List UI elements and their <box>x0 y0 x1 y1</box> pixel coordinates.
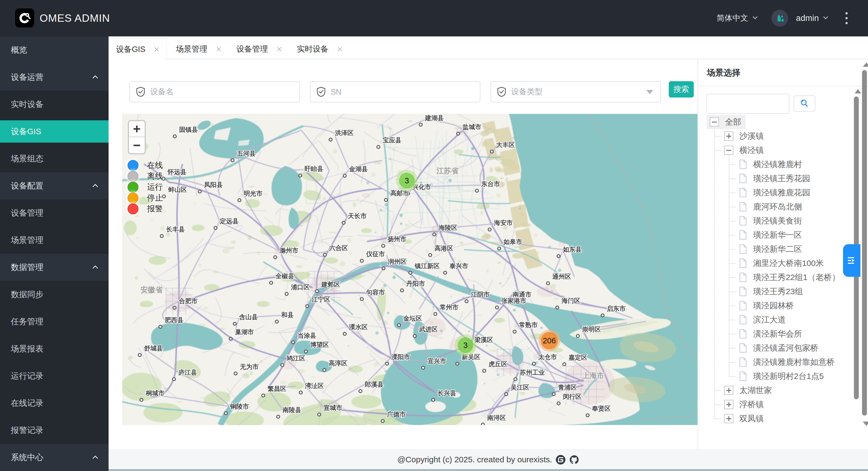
tab-设备GIS[interactable]: 设备GIS <box>109 38 167 60</box>
tab-实时设备[interactable]: 实时设备 <box>289 38 351 60</box>
tab-close-icon[interactable] <box>153 46 160 53</box>
file-icon <box>739 343 747 353</box>
scene-search-input[interactable] <box>706 94 789 114</box>
tab-close-icon[interactable] <box>276 46 283 52</box>
tree-node-璜泾王秀22组1（老桥）[interactable]: 璜泾王秀22组1（老桥） <box>735 270 844 285</box>
page-scrollbar[interactable] <box>862 60 867 428</box>
app-logo[interactable] <box>15 8 34 27</box>
tree-node-潢泾镇雅鹿村靠如意桥[interactable]: 潢泾镇雅鹿村靠如意桥 <box>735 355 839 369</box>
tab-场景管理[interactable]: 场景管理 <box>168 38 230 60</box>
device-type-select[interactable]: 设备类型 <box>491 81 661 102</box>
scroll-up-arrow-icon[interactable] <box>863 62 868 67</box>
map-city-dot <box>377 146 380 149</box>
search-button[interactable]: 搜索 <box>669 81 694 97</box>
gitee-icon[interactable] <box>556 455 565 465</box>
scroll-down-arrow-icon[interactable] <box>863 421 868 426</box>
map-city-dot <box>422 366 425 370</box>
scene-panel-title: 场景选择 <box>698 59 868 86</box>
zoom-in-button[interactable]: + <box>129 121 145 137</box>
tree-node-沙溪镇[interactable]: 沙溪镇 <box>721 129 768 143</box>
tab-label: 场景管理 <box>176 44 207 55</box>
tree-node-璜泾镇雅鹿花园[interactable]: 璜泾镇雅鹿花园 <box>735 185 814 200</box>
more-menu-icon[interactable] <box>845 11 848 26</box>
tree-expand-icon[interactable] <box>724 414 733 423</box>
sidebar-item-数据同步[interactable]: 数据同步 <box>0 281 108 308</box>
zoom-out-button[interactable]: − <box>129 137 145 153</box>
tree-node-双凤镇[interactable]: 双凤镇 <box>721 412 768 424</box>
sidebar-item-设备管理[interactable]: 设备管理 <box>0 199 108 227</box>
tree-node-璜泾镇美食街[interactable]: 璜泾镇美食街 <box>735 214 806 228</box>
device-cluster-marker[interactable]: 3 <box>455 334 476 356</box>
tree-expand-icon[interactable] <box>724 386 733 395</box>
tree-node-璜泾新华一区[interactable]: 璜泾新华一区 <box>735 228 806 242</box>
scene-search-button[interactable] <box>794 95 815 112</box>
device-name-input[interactable]: 设备名 <box>129 81 300 102</box>
file-icon <box>739 187 747 198</box>
gis-map[interactable]: 固镇县五河县盱眙县建湖县盐城市洪泽区宝应县大丰区金湖县江苏省兴化市东台市高邮市怀… <box>122 114 698 425</box>
sidebar-item-设备运营[interactable]: 设备运营 <box>0 64 108 91</box>
device-cluster-marker[interactable]: 206 <box>538 330 560 352</box>
sidebar-item-任务管理[interactable]: 任务管理 <box>0 308 108 335</box>
tree-node-鹿河环岛北侧[interactable]: 鹿河环岛北侧 <box>735 200 806 214</box>
language-selector[interactable]: 简体中文 <box>717 13 758 24</box>
scrollbar-thumb[interactable] <box>862 70 867 416</box>
map-city-dot <box>556 306 559 309</box>
panel-toggle-button[interactable] <box>843 244 860 277</box>
sidebar-item-概览[interactable]: 概览 <box>0 36 108 64</box>
tree-node-浮桥镇[interactable]: 浮桥镇 <box>721 398 768 412</box>
sidebar-item-设备GIS[interactable]: 设备GIS <box>0 118 108 145</box>
map-city-dot <box>343 174 346 177</box>
tree-node-滨江大道[interactable]: 滨江大道 <box>735 313 790 327</box>
sidebar-item-场景组态[interactable]: 场景组态 <box>0 145 108 172</box>
tree-connector-line <box>729 221 735 222</box>
tree-node-潢泾镇孟河包家桥[interactable]: 潢泾镇孟河包家桥 <box>735 341 823 355</box>
map-place-label: 繁昌区 <box>267 385 286 392</box>
map-place-label: 青浦区 <box>558 384 577 391</box>
tab-close-icon[interactable] <box>216 46 222 52</box>
user-menu[interactable]: admin <box>796 13 829 23</box>
scene-tree: 全部沙溪镇横泾镇横泾镇雅鹿村璜泾镇王秀花园璜泾镇雅鹿花园鹿河环岛北侧璜泾镇美食街… <box>698 115 858 424</box>
tree-collapse-icon[interactable] <box>710 117 719 126</box>
map-city-dot <box>173 378 176 381</box>
horizontal-scrollbar[interactable] <box>108 469 868 471</box>
sidebar-item-场景管理[interactable]: 场景管理 <box>0 227 108 254</box>
tree-node-璜泾新华二区[interactable]: 璜泾新华二区 <box>735 242 806 256</box>
github-icon[interactable] <box>569 455 579 465</box>
tree-expand-icon[interactable] <box>724 400 733 409</box>
map-city-dot <box>359 390 362 393</box>
sidebar-item-运行记录[interactable]: 运行记录 <box>0 362 108 389</box>
tree-node-潢泾新华会所[interactable]: 潢泾新华会所 <box>735 327 806 341</box>
sidebar-item-数据管理[interactable]: 数据管理 <box>0 254 108 281</box>
legend-dot-icon <box>128 160 138 171</box>
sidebar-item-场景报表[interactable]: 场景报表 <box>0 335 108 362</box>
sidebar-item-设备配置[interactable]: 设备配置 <box>0 172 108 199</box>
map-texture <box>534 234 537 237</box>
scroll-up-arrow-icon[interactable] <box>855 89 861 93</box>
tree-expand-icon[interactable] <box>724 131 733 141</box>
sn-input[interactable]: SN <box>310 81 480 102</box>
avatar[interactable] <box>771 10 788 27</box>
map-place-label: 扬州市 <box>387 235 406 242</box>
tab-close-icon[interactable] <box>337 46 343 52</box>
tree-node-湘里泾大桥南100米[interactable]: 湘里泾大桥南100米 <box>735 256 828 270</box>
tree-node-璜泾王秀23组[interactable]: 璜泾王秀23组 <box>735 285 807 298</box>
tree-node-label: 潢泾镇雅鹿村靠如意桥 <box>753 357 835 368</box>
map-city-dot <box>384 199 388 202</box>
tree-node-横泾镇[interactable]: 横泾镇 <box>721 143 768 157</box>
tree-node-太湖世家[interactable]: 太湖世家 <box>721 383 776 398</box>
tree-node-璜泾园林桥[interactable]: 璜泾园林桥 <box>735 298 798 313</box>
chevron-up-icon <box>92 454 99 461</box>
sidebar-item-实时设备[interactable]: 实时设备 <box>0 91 108 118</box>
tree-node-璜泾新明村2台1点5[interactable]: 璜泾新明村2台1点5 <box>735 369 828 383</box>
map-texture <box>228 331 231 333</box>
sidebar-item-报警记录[interactable]: 报警记录 <box>0 417 108 444</box>
tree-collapse-icon[interactable] <box>724 146 733 155</box>
sidebar-item-label: 概览 <box>11 45 99 56</box>
device-cluster-marker[interactable]: 3 <box>396 170 418 192</box>
tree-node-横泾镇雅鹿村[interactable]: 横泾镇雅鹿村 <box>735 157 806 171</box>
sidebar-item-在线记录[interactable]: 在线记录 <box>0 389 108 417</box>
sidebar-item-系统中心[interactable]: 系统中心 <box>0 444 108 471</box>
tree-node-全部[interactable]: 全部 <box>707 115 746 129</box>
tab-设备管理[interactable]: 设备管理 <box>228 38 291 60</box>
tree-node-璜泾镇王秀花园[interactable]: 璜泾镇王秀花园 <box>735 171 814 185</box>
